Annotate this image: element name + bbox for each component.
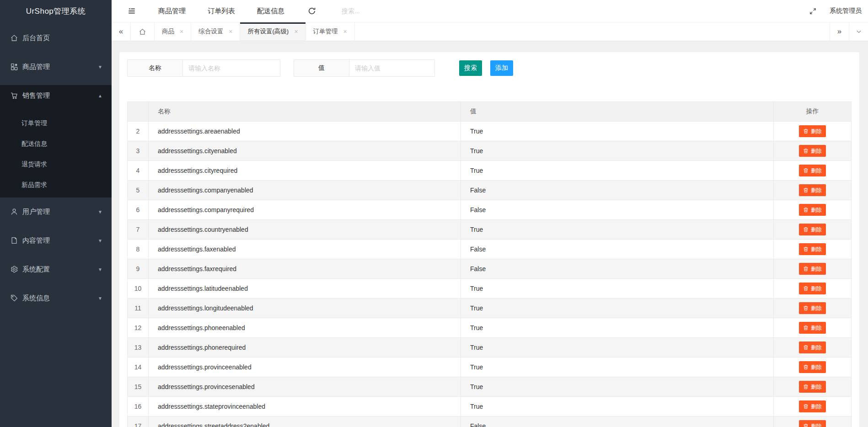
tabs-scroll-right-icon[interactable]: »: [830, 22, 849, 41]
refresh-icon[interactable]: [307, 6, 316, 16]
sidebar-item-label: 商品管理: [22, 63, 50, 71]
setting-value: True: [461, 338, 774, 358]
header-value: 值: [461, 102, 774, 122]
setting-name: addresssettings.companyrequired: [149, 200, 461, 220]
delete-button[interactable]: 删除: [799, 361, 826, 373]
row-actions: 删除: [774, 141, 852, 161]
row-actions: 删除: [774, 299, 852, 318]
sidebar-item-label: 系统信息: [22, 294, 50, 303]
home-icon: [139, 28, 146, 36]
trash-icon: [803, 227, 809, 232]
setting-value: False: [461, 259, 774, 279]
setting-name: addresssettings.cityenabled: [149, 141, 461, 161]
table-row: 14 addresssettings.provinceenabled True …: [128, 358, 852, 377]
header-name: 名称: [149, 102, 461, 122]
delete-button[interactable]: 删除: [799, 381, 826, 393]
sidebar-item-returns[interactable]: 退货请求: [0, 154, 112, 175]
search-button[interactable]: 搜索: [459, 60, 482, 76]
sidebar-item-orders[interactable]: 订单管理: [0, 113, 112, 133]
setting-name: addresssettings.faxenabled: [149, 240, 461, 259]
delete-button[interactable]: 删除: [799, 342, 826, 353]
close-icon[interactable]: ×: [343, 28, 347, 35]
add-button[interactable]: 添加: [490, 60, 513, 76]
row-index: 14: [128, 358, 149, 377]
home-tab[interactable]: [131, 22, 155, 41]
table-row: 15 addresssettings.provincesenabled True…: [128, 377, 852, 397]
table-row: 13 addresssettings.phonerequired True 删除: [128, 338, 852, 358]
setting-name: addresssettings.countryenabled: [149, 220, 461, 240]
delete-button[interactable]: 删除: [799, 420, 826, 427]
trash-icon: [803, 423, 809, 427]
nav-item-shipping-info[interactable]: 配送信息: [257, 7, 284, 16]
table-row: 8 addresssettings.faxenabled False 删除: [128, 240, 852, 259]
delete-button[interactable]: 删除: [799, 224, 826, 235]
row-index: 9: [128, 259, 149, 279]
delete-button[interactable]: 删除: [799, 243, 826, 255]
sidebar-item-products[interactable]: 商品管理 ▼: [0, 56, 112, 77]
delete-button[interactable]: 删除: [799, 263, 826, 275]
table-row: 10 addresssettings.latitudeenabled True …: [128, 279, 852, 299]
value-filter-input[interactable]: [349, 59, 435, 77]
setting-value: True: [461, 279, 774, 299]
chevron-down-icon: ▼: [98, 64, 102, 69]
delete-button[interactable]: 删除: [799, 283, 826, 294]
table-row: 7 addresssettings.countryenabled True 删除: [128, 220, 852, 240]
trash-icon: [803, 246, 809, 252]
trash-icon: [803, 286, 809, 291]
table-row: 16 addresssettings.stateprovinceenabled …: [128, 397, 852, 416]
delete-button[interactable]: 删除: [799, 145, 826, 157]
gear-icon: [10, 265, 18, 273]
tab-all-settings-advanced[interactable]: 所有设置(高级) ×: [240, 22, 305, 41]
tab-products[interactable]: 商品 ×: [155, 22, 191, 41]
sidebar-item-new-product-requests[interactable]: 新品需求: [0, 175, 112, 195]
delete-button[interactable]: 删除: [799, 125, 826, 137]
delete-button[interactable]: 删除: [799, 184, 826, 196]
tag-icon: [10, 294, 18, 302]
sidebar-item-users[interactable]: 用户管理 ▼: [0, 201, 112, 222]
setting-value: False: [461, 200, 774, 220]
row-actions: 删除: [774, 338, 852, 358]
settings-card: 名称 值 搜索 添加 名称 值 操作 2 address: [119, 52, 859, 427]
top-header: 商品管理 订单列表 配送信息 系统管理员: [112, 0, 868, 22]
row-index: 4: [128, 161, 149, 181]
setting-name: addresssettings.latitudeenabled: [149, 279, 461, 299]
sidebar-submenu-sales: 订单管理 配送信息 退货请求 新品需求: [0, 106, 112, 197]
name-filter-input[interactable]: [183, 59, 280, 77]
user-menu[interactable]: 系统管理员: [830, 7, 862, 15]
delete-button[interactable]: 删除: [799, 204, 826, 216]
setting-name: addresssettings.cityrequired: [149, 161, 461, 181]
sidebar-item-shipping[interactable]: 配送信息: [0, 133, 112, 154]
tab-general-settings[interactable]: 综合设置 ×: [191, 22, 240, 41]
close-icon[interactable]: ×: [180, 28, 183, 35]
trash-icon: [803, 187, 809, 193]
fullscreen-icon[interactable]: [809, 7, 817, 15]
sidebar-item-dashboard[interactable]: 后台首页: [0, 27, 112, 48]
tab-order-management[interactable]: 订单管理 ×: [306, 22, 355, 41]
row-index: 7: [128, 220, 149, 240]
close-icon[interactable]: ×: [229, 28, 232, 35]
sidebar-item-content[interactable]: 内容管理 ▼: [0, 230, 112, 251]
sidebar-item-system-config[interactable]: 系统配置 ▼: [0, 259, 112, 280]
tabs-scroll-left-icon[interactable]: «: [112, 22, 131, 41]
sidebar-item-sales[interactable]: 销售管理 ▲: [0, 85, 112, 106]
tabs-menu-chevron-icon[interactable]: [849, 22, 868, 41]
delete-button[interactable]: 删除: [799, 400, 826, 412]
sidebar-item-system-info[interactable]: 系统信息 ▼: [0, 288, 112, 309]
nav-item-order-list[interactable]: 订单列表: [208, 7, 235, 16]
setting-value: True: [461, 358, 774, 377]
row-actions: 删除: [774, 377, 852, 397]
header-search-input[interactable]: [342, 7, 415, 15]
nav-item-products[interactable]: 商品管理: [158, 7, 186, 16]
row-index: 13: [128, 338, 149, 358]
trash-icon: [803, 305, 809, 311]
close-icon[interactable]: ×: [294, 28, 298, 35]
table-row: 3 addresssettings.cityenabled True 删除: [128, 141, 852, 161]
table-row: 12 addresssettings.phoneenabled True 删除: [128, 318, 852, 338]
delete-button[interactable]: 删除: [799, 302, 826, 314]
collapse-menu-icon[interactable]: [127, 6, 136, 16]
delete-button[interactable]: 删除: [799, 322, 826, 334]
name-filter-label: 名称: [127, 59, 183, 77]
delete-button[interactable]: 删除: [799, 165, 826, 176]
sidebar-item-label: 系统配置: [22, 265, 50, 274]
setting-name: addresssettings.companyenabled: [149, 181, 461, 200]
